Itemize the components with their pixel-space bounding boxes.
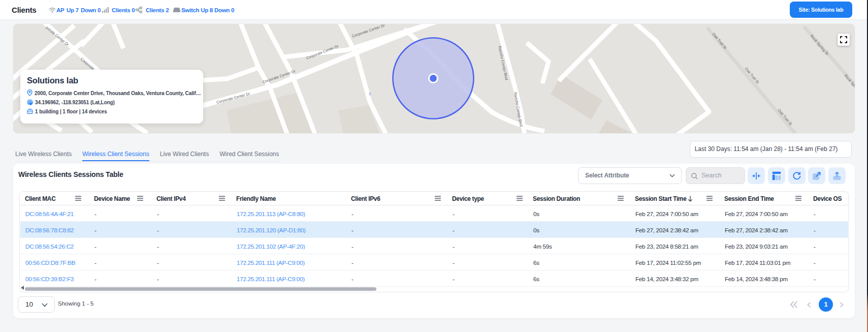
svg-text:1: 1 [369,92,371,96]
